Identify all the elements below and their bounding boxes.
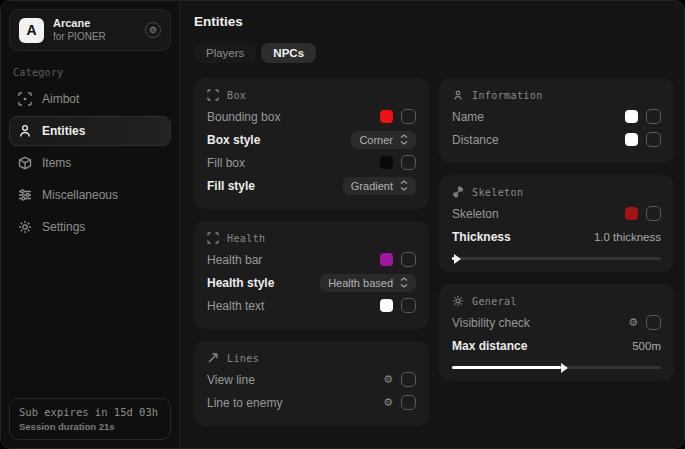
- bone-icon: [452, 186, 464, 198]
- color-swatch[interactable]: [380, 156, 393, 169]
- setting-label: View line: [207, 373, 255, 387]
- checkbox[interactable]: [646, 315, 661, 330]
- setting-row: Fill box: [207, 151, 416, 174]
- slider-row: Thickness 1.0 thickness: [452, 225, 661, 248]
- crosshair-icon: [18, 92, 32, 106]
- sidebar-item-aimbot[interactable]: Aimbot: [9, 84, 171, 114]
- setting-row: Health style Health based: [207, 271, 416, 294]
- session-duration-text: Session duration 21s: [19, 421, 161, 432]
- checkbox[interactable]: [401, 252, 416, 267]
- entities-icon: [18, 124, 32, 138]
- max-distance-slider[interactable]: [452, 366, 661, 369]
- setting-label: Skeleton: [452, 207, 499, 221]
- color-swatch[interactable]: [380, 110, 393, 123]
- setting-label: Bounding box: [207, 110, 280, 124]
- color-swatch[interactable]: [625, 110, 638, 123]
- setting-row: Health bar: [207, 248, 416, 271]
- visibility-settings-icon[interactable]: ⚙: [628, 317, 638, 328]
- unfold-icon: [400, 180, 408, 191]
- slider-value: 1.0 thickness: [594, 231, 661, 243]
- dropdown-value: Gradient: [351, 180, 393, 192]
- color-swatch[interactable]: [380, 253, 393, 266]
- sidebar-nav: Aimbot Entities Items Miscellaneous: [9, 84, 171, 242]
- sidebar-item-items[interactable]: Items: [9, 148, 171, 178]
- card-box: Box Bounding box Box style Corner: [194, 78, 429, 209]
- setting-row: Box style Corner: [207, 128, 416, 151]
- card-lines: Lines View line ⚙ Line to enemy ⚙: [194, 341, 429, 426]
- tab-players[interactable]: Players: [194, 43, 256, 63]
- fill-style-dropdown[interactable]: Gradient: [343, 177, 416, 195]
- checkbox[interactable]: [646, 132, 661, 147]
- unfold-icon: [400, 134, 408, 145]
- checkbox[interactable]: [401, 395, 416, 410]
- setting-label: Health text: [207, 299, 264, 313]
- card-title: Health: [227, 233, 266, 244]
- brand-logo: A: [19, 18, 44, 43]
- sliders-icon: [18, 188, 32, 202]
- setting-row: Skeleton: [452, 202, 661, 225]
- sidebar-item-settings[interactable]: Settings: [9, 212, 171, 242]
- checkbox[interactable]: [646, 206, 661, 221]
- brand-text: Arcane for PIONER: [53, 17, 136, 43]
- color-swatch[interactable]: [380, 299, 393, 312]
- tab-npcs[interactable]: NPCs: [261, 43, 316, 63]
- setting-row: Fill style Gradient: [207, 174, 416, 197]
- slider-row: Max distance 500m: [452, 334, 661, 357]
- setting-row: Visibility check ⚙: [452, 311, 661, 334]
- card-information: Information Name Distance: [439, 78, 674, 163]
- setting-row: Name: [452, 105, 661, 128]
- checkbox[interactable]: [401, 109, 416, 124]
- checkbox[interactable]: [401, 298, 416, 313]
- gear-icon: [18, 220, 32, 234]
- setting-label: Thickness: [452, 230, 511, 244]
- thickness-slider[interactable]: [452, 257, 661, 260]
- line-settings-icon[interactable]: ⚙: [383, 374, 393, 385]
- card-health: Health Health bar Health style Health ba…: [194, 221, 429, 329]
- health-style-dropdown[interactable]: Health based: [320, 274, 416, 292]
- setting-label: Fill box: [207, 156, 245, 170]
- sidebar-item-entities[interactable]: Entities: [9, 116, 171, 146]
- checkbox[interactable]: [401, 155, 416, 170]
- setting-row: Line to enemy ⚙: [207, 391, 416, 414]
- entity-tabs: Players NPCs: [194, 43, 674, 63]
- brand-settings-icon[interactable]: ⚙: [145, 22, 161, 38]
- setting-label: Max distance: [452, 339, 527, 353]
- person-scan-icon: [452, 89, 464, 101]
- setting-label: Distance: [452, 133, 499, 147]
- checkbox[interactable]: [401, 372, 416, 387]
- card-title: Lines: [227, 353, 259, 364]
- sidebar-item-label: Settings: [42, 220, 85, 234]
- sidebar: A Arcane for PIONER ⚙ Category Aimbot En…: [1, 1, 180, 448]
- brand-subtitle: for PIONER: [53, 31, 136, 44]
- brand-name: Arcane: [53, 17, 136, 31]
- main-panel: Entities Players NPCs Box Bounding box: [180, 1, 684, 448]
- checkbox[interactable]: [646, 109, 661, 124]
- app-window: A Arcane for PIONER ⚙ Category Aimbot En…: [0, 0, 685, 449]
- brand-card: A Arcane for PIONER ⚙: [9, 9, 171, 51]
- line-settings-icon[interactable]: ⚙: [383, 397, 393, 408]
- corner-brackets-icon: [207, 232, 219, 244]
- card-title: Box: [227, 90, 246, 101]
- sidebar-item-label: Miscellaneous: [42, 188, 118, 202]
- color-swatch[interactable]: [625, 133, 638, 146]
- dropdown-value: Corner: [359, 134, 393, 146]
- setting-row: View line ⚙: [207, 368, 416, 391]
- card-title: Skeleton: [472, 187, 523, 198]
- box-style-dropdown[interactable]: Corner: [351, 131, 416, 149]
- slider-fill: [452, 257, 454, 260]
- setting-label: Line to enemy: [207, 396, 282, 410]
- unfold-icon: [400, 277, 408, 288]
- color-swatch[interactable]: [625, 207, 638, 220]
- dropdown-value: Health based: [328, 277, 393, 289]
- category-label: Category: [13, 67, 171, 78]
- setting-row: Distance: [452, 128, 661, 151]
- setting-label: Name: [452, 110, 484, 124]
- subscription-status: Sub expires in 15d 03h Session duration …: [9, 398, 171, 440]
- setting-label: Health style: [207, 276, 274, 290]
- setting-row: Bounding box: [207, 105, 416, 128]
- setting-row: Health text: [207, 294, 416, 317]
- sub-expires-text: Sub expires in 15d 03h: [19, 406, 161, 418]
- card-general: General Visibility check ⚙ Max distance …: [439, 284, 674, 381]
- sidebar-item-label: Entities: [42, 124, 85, 138]
- sidebar-item-miscellaneous[interactable]: Miscellaneous: [9, 180, 171, 210]
